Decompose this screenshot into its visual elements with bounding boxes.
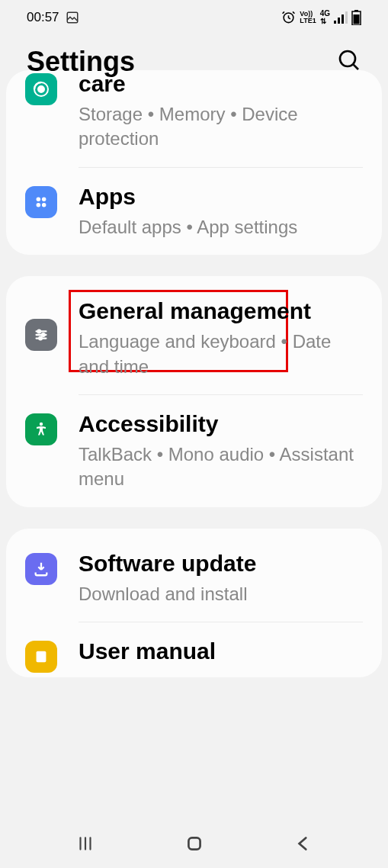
item-title: Accessibility — [79, 410, 363, 438]
gallery-icon — [66, 11, 79, 24]
signal-icon — [334, 11, 348, 24]
back-button[interactable] — [273, 834, 334, 854]
status-bar: 00:57 Vo))LTE1 4G⇅ — [0, 0, 388, 34]
accessibility-icon — [25, 413, 57, 445]
home-button[interactable] — [164, 834, 225, 854]
status-right: Vo))LTE1 4G⇅ — [281, 10, 361, 25]
care-icon — [25, 73, 57, 105]
manual-icon — [25, 641, 57, 673]
settings-item-care[interactable]: care Storage • Memory • Device protectio… — [6, 70, 382, 167]
item-title: General management — [79, 297, 363, 325]
recents-icon — [75, 834, 95, 854]
settings-item-manual[interactable]: User manual — [6, 622, 382, 677]
svg-rect-4 — [342, 14, 344, 24]
svg-point-14 — [42, 197, 46, 201]
settings-card-3: Software update Download and install Use… — [6, 529, 382, 677]
network-4g-icon: 4G⇅ — [320, 10, 330, 25]
svg-point-18 — [37, 330, 40, 333]
status-time: 00:57 — [27, 10, 59, 25]
svg-rect-8 — [354, 14, 360, 24]
settings-card-1: care Storage • Memory • Device protectio… — [6, 70, 382, 255]
software-icon — [25, 553, 57, 585]
recents-button[interactable] — [55, 834, 116, 854]
svg-rect-3 — [338, 18, 340, 24]
svg-line-10 — [353, 64, 358, 69]
alarm-icon — [281, 10, 296, 24]
settings-item-accessibility[interactable]: Accessibility TalkBack • Mono audio • As… — [6, 395, 382, 507]
svg-point-22 — [39, 337, 42, 340]
item-title: Apps — [79, 183, 363, 211]
svg-rect-28 — [188, 837, 200, 849]
svg-point-23 — [40, 423, 43, 426]
settings-item-general[interactable]: General management Language and keyboard… — [6, 276, 382, 394]
navigation-bar — [0, 819, 388, 868]
svg-rect-5 — [345, 11, 348, 24]
svg-point-20 — [42, 333, 45, 336]
item-subtitle: Language and keyboard • Date and time — [79, 330, 363, 379]
settings-item-software[interactable]: Software update Download and install — [6, 529, 382, 622]
settings-card-2: General management Language and keyboard… — [6, 276, 382, 507]
home-icon — [184, 834, 204, 854]
apps-icon — [25, 186, 57, 218]
item-title: Software update — [79, 550, 363, 577]
item-subtitle: TalkBack • Mono audio • Assistant menu — [79, 442, 363, 492]
general-icon — [25, 319, 57, 351]
item-subtitle: Default apps • App settings — [79, 215, 363, 240]
settings-item-apps[interactable]: Apps Default apps • App settings — [6, 168, 382, 255]
item-title: User manual — [79, 638, 363, 665]
svg-point-15 — [37, 203, 41, 207]
svg-point-13 — [37, 197, 41, 201]
volte-icon: Vo))LTE1 — [300, 11, 316, 24]
battery-icon — [351, 10, 361, 25]
svg-point-16 — [42, 203, 46, 207]
item-subtitle: Storage • Memory • Device protection — [79, 102, 363, 152]
status-left: 00:57 — [27, 10, 79, 25]
search-icon — [337, 48, 361, 72]
item-subtitle: Download and install — [79, 582, 363, 606]
back-icon — [293, 834, 313, 854]
svg-rect-2 — [334, 21, 336, 24]
svg-point-12 — [38, 86, 44, 92]
svg-rect-24 — [37, 651, 46, 663]
svg-point-9 — [340, 51, 355, 66]
item-title: care — [79, 70, 363, 98]
